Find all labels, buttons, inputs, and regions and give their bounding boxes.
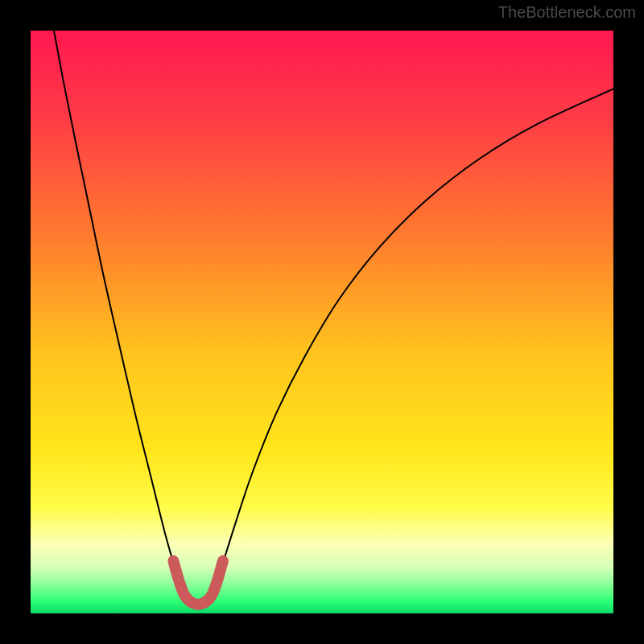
chart-container: TheBottleneck.com xyxy=(0,0,644,644)
watermark-text: TheBottleneck.com xyxy=(498,3,636,22)
plot-svg xyxy=(31,31,613,613)
gradient-background xyxy=(31,31,613,613)
